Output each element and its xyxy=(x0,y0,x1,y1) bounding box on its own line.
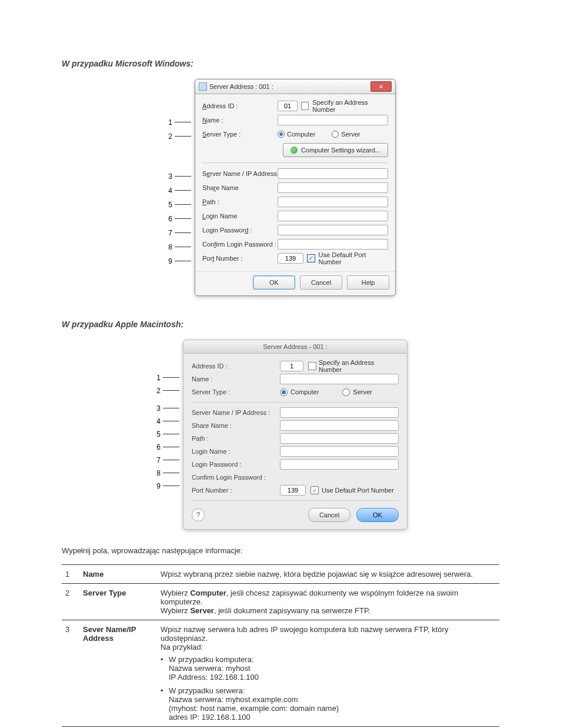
row3-title: Sever Name/IP Address xyxy=(79,620,157,727)
mac-address-id-input[interactable] xyxy=(280,361,303,371)
wizard-button-label: Computer Settings wizard... xyxy=(301,147,380,154)
address-id-input[interactable] xyxy=(278,101,298,111)
heading-windows: W przypadku Microsoft Windows: xyxy=(62,59,499,68)
win-title-text: Server Address : 001 : xyxy=(209,83,273,90)
row1-desc: Wpisz wybraną przez siebie nazwę, która … xyxy=(157,565,499,584)
mac-login-password-label: Login Password : xyxy=(192,461,280,468)
radio-server-label: Server xyxy=(341,131,360,138)
server-name-label: Server Name / IP Address : xyxy=(202,170,278,177)
name-input[interactable] xyxy=(278,115,388,125)
mac-server-type-label: Server Type : xyxy=(192,388,280,395)
win-titlebar: Server Address : 001 : ✕ xyxy=(195,79,395,94)
mac-server-name-input[interactable] xyxy=(280,407,399,418)
mac-login-name-input[interactable] xyxy=(280,446,399,457)
heading-mac: W przypadku Apple Macintosh: xyxy=(62,320,499,329)
mac-share-name-label: Share Name : xyxy=(192,422,280,429)
mac-address-id-label: Address ID : xyxy=(192,363,280,370)
share-name-input[interactable] xyxy=(278,182,388,193)
row1-title: Name xyxy=(79,565,157,584)
server-name-input[interactable] xyxy=(278,168,388,179)
share-name-label: Share Name xyxy=(202,184,278,191)
mac-dialog: Server Address - 001 : Address ID : Spec… xyxy=(183,340,408,530)
mac-specify-label: Specify an Address Number xyxy=(319,359,399,373)
port-label: Port Number : xyxy=(202,255,278,262)
mac-use-default-port-label: Use Default Port Number xyxy=(322,487,394,494)
app-icon xyxy=(199,82,207,91)
confirm-password-input[interactable] xyxy=(278,239,388,250)
win-callouts: 1 2 3 4 5 6 7 8 9 xyxy=(165,79,191,268)
mac-ok-button[interactable]: OK xyxy=(356,508,399,522)
mac-share-name-input[interactable] xyxy=(280,420,399,431)
row3-num: 3 xyxy=(62,620,79,727)
mac-path-input[interactable] xyxy=(280,433,399,444)
radio-computer-label: Computer xyxy=(287,131,315,138)
intro-text: Wypełnij pola, wprowadzając następujące … xyxy=(62,546,499,555)
mac-login-password-input[interactable] xyxy=(280,459,399,470)
mac-specify-checkbox[interactable] xyxy=(308,362,316,370)
mac-title-text: Server Address - 001 : xyxy=(183,340,407,354)
use-default-port-label: Use Default Port Number xyxy=(319,251,388,265)
mac-dialog-figure: 1 2 3 4 5 6 7 8 9 Server Address - 001 :… xyxy=(62,340,499,530)
mac-name-label: Name : xyxy=(192,375,280,383)
windows-dialog-figure: 1 2 3 4 5 6 7 8 9 Server Address : 001 :… xyxy=(62,79,499,296)
address-id-label: AAddress ID :ddress ID : xyxy=(202,102,278,109)
name-label: Name : xyxy=(202,117,278,124)
help-button[interactable]: Help xyxy=(347,275,389,290)
login-password-label: Login Password : xyxy=(202,227,278,234)
mac-cancel-button[interactable]: Cancel xyxy=(308,508,350,522)
cancel-button[interactable]: Cancel xyxy=(300,275,342,290)
mac-path-label: Path : xyxy=(192,435,280,442)
row1-num: 1 xyxy=(62,565,79,584)
radio-computer[interactable] xyxy=(278,131,285,138)
mac-port-label: Port Number : xyxy=(192,487,280,494)
mac-server-name-label: Server Name / IP Address : xyxy=(192,409,280,416)
windows-dialog: Server Address : 001 : ✕ AAddress ID :dd… xyxy=(195,79,396,296)
login-name-label: Login Name xyxy=(202,212,278,220)
mac-confirm-password-label: Confirm Login Password : xyxy=(192,474,280,481)
mac-radio-server[interactable] xyxy=(342,388,350,396)
row2-desc: Wybierz Computer, jeśli chcesz zapisywać… xyxy=(157,584,499,620)
confirm-password-label: Confirm Login Password : xyxy=(202,241,278,248)
login-password-input[interactable] xyxy=(278,225,388,235)
path-label: Path : xyxy=(202,198,278,205)
port-number-input[interactable] xyxy=(278,253,303,264)
ok-button[interactable]: OK xyxy=(253,275,295,290)
field-description-table: 1 Name Wpisz wybraną przez siebie nazwę,… xyxy=(62,564,499,727)
close-icon[interactable]: ✕ xyxy=(370,81,392,92)
use-default-port-checkbox[interactable]: ✓ xyxy=(307,254,315,262)
row3-desc: Wpisz nazwę serwera lub adres IP swojego… xyxy=(157,620,499,727)
login-name-input[interactable] xyxy=(278,211,388,221)
specify-address-checkbox[interactable] xyxy=(301,102,309,110)
mac-use-default-port-checkbox[interactable]: ✓ xyxy=(310,486,319,494)
mac-callouts: 1 2 3 4 5 6 7 8 9 xyxy=(153,340,179,493)
specify-address-label: Specify an Address Number xyxy=(312,99,388,113)
mac-radio-server-label: Server xyxy=(353,388,372,395)
wizard-icon xyxy=(290,147,298,154)
server-type-label: Server Type : xyxy=(202,131,278,138)
mac-radio-computer[interactable] xyxy=(280,388,288,396)
row2-title: Server Type xyxy=(79,584,157,620)
mac-help-button[interactable]: ? xyxy=(192,508,205,521)
wizard-button[interactable]: Computer Settings wizard... xyxy=(283,143,388,157)
row2-num: 2 xyxy=(62,584,79,620)
mac-login-name-label: Login Name : xyxy=(192,448,280,455)
mac-radio-computer-label: Computer xyxy=(290,388,319,395)
mac-name-input[interactable] xyxy=(280,374,399,384)
mac-port-input[interactable] xyxy=(280,485,306,496)
path-input[interactable] xyxy=(278,197,388,207)
radio-server[interactable] xyxy=(332,131,339,138)
